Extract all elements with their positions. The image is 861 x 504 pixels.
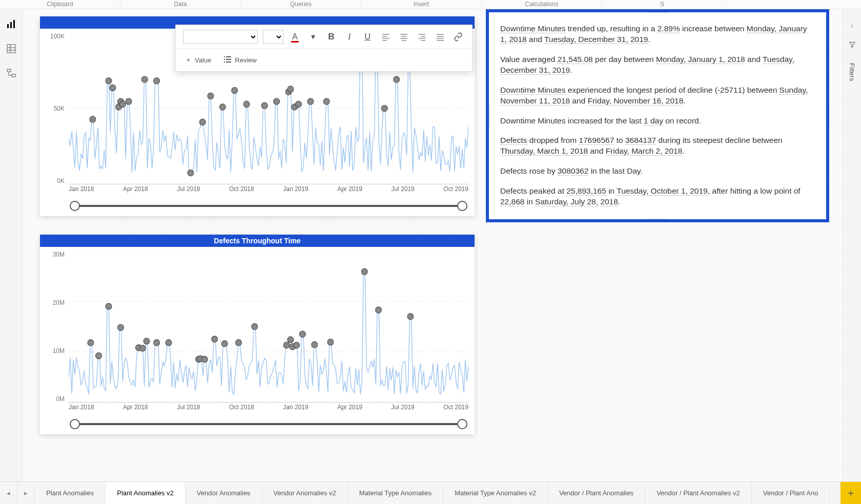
resize-handle-left[interactable] — [488, 106, 489, 126]
anomaly-marker[interactable] — [139, 345, 146, 351]
anomaly-marker[interactable] — [243, 101, 250, 107]
value-label: Value — [195, 56, 211, 64]
add-page-button[interactable]: ＋ — [840, 482, 861, 504]
anomaly-marker[interactable] — [117, 324, 124, 330]
page-tab[interactable]: Vendor / Plant Ano — [752, 482, 830, 504]
page-tab[interactable]: Vendor Anomalies v2 — [262, 482, 348, 504]
anomaly-marker[interactable] — [312, 342, 318, 348]
y-axis: 30M20M10M0M — [40, 251, 68, 403]
anomaly-marker[interactable] — [232, 88, 238, 94]
anomaly-marker[interactable] — [110, 85, 116, 91]
anomaly-marker[interactable] — [90, 116, 96, 122]
anomaly-marker[interactable] — [188, 170, 194, 176]
anomaly-marker[interactable] — [274, 98, 280, 104]
align-center-button[interactable] — [397, 30, 410, 44]
narrative-line[interactable]: Value averaged 21,545.08 per day between… — [500, 54, 815, 76]
expand-pane-icon[interactable]: ‹ — [851, 22, 853, 30]
anomaly-marker[interactable] — [252, 323, 258, 329]
page-tab[interactable]: Material Type Anomalies v2 — [443, 482, 548, 504]
anomaly-marker[interactable] — [283, 342, 290, 348]
anomaly-marker[interactable] — [208, 93, 214, 99]
anomaly-marker[interactable] — [199, 119, 206, 125]
tab-scroll-left[interactable]: ◂ — [0, 482, 17, 504]
page-tab[interactable]: Plant Anomalies v2 — [106, 482, 186, 504]
page-tab[interactable]: Plant Anomalies — [35, 482, 106, 504]
smart-narrative-visual[interactable]: Downtime Minutes trended up, resulting i… — [486, 9, 829, 222]
report-view-icon[interactable] — [6, 18, 17, 30]
anomaly-marker[interactable] — [106, 78, 112, 84]
anomaly-marker[interactable] — [394, 76, 400, 82]
anomaly-marker[interactable] — [236, 340, 242, 346]
filters-pane-label[interactable]: Filters — [848, 63, 856, 81]
anomaly-marker[interactable] — [288, 86, 294, 92]
anomaly-marker[interactable] — [166, 340, 172, 346]
x-tick-label: Oct 2018 — [229, 185, 254, 196]
align-justify-button[interactable] — [434, 30, 446, 44]
bold-button[interactable]: B — [325, 30, 338, 44]
narrative-line[interactable]: Downtime Minutes increased for the last … — [500, 116, 815, 127]
report-canvas[interactable]: 100K50K0K Jan 2018Apr 2018Jul 2018Oct 20… — [23, 9, 843, 481]
anomaly-marker[interactable] — [376, 307, 382, 313]
defects-chart-card[interactable]: Defects Throughout Time 30M20M10M0M Jan … — [40, 235, 475, 434]
font-color-button[interactable]: A — [289, 30, 301, 44]
anomaly-marker[interactable] — [296, 101, 302, 107]
narrative-line[interactable]: Downtime Minutes experienced the longest… — [500, 85, 815, 107]
anomaly-marker[interactable] — [407, 313, 414, 320]
narrative-line[interactable]: Defects rose by 3080362 in the last Day. — [500, 166, 815, 177]
y-tick-label: 0K — [40, 177, 68, 184]
anomaly-marker[interactable] — [154, 340, 160, 346]
anomaly-marker[interactable] — [381, 105, 387, 111]
resize-handle-right[interactable] — [826, 106, 827, 126]
align-right-button[interactable] — [416, 30, 428, 44]
range-thumb-end[interactable] — [457, 419, 467, 429]
anomaly-marker[interactable] — [96, 352, 102, 359]
add-value-button[interactable]: ＋Value — [185, 55, 211, 65]
anomaly-marker[interactable] — [201, 356, 208, 362]
tab-scroll-right[interactable]: ▸ — [17, 482, 35, 504]
page-tab[interactable]: Material Type Anomalies — [348, 482, 443, 504]
filters-pane-icon[interactable] — [849, 41, 856, 50]
anomaly-marker[interactable] — [141, 76, 148, 82]
narrative-line[interactable]: Defects peaked at 25,893,165 in Tuesday,… — [500, 186, 815, 207]
font-family-select[interactable] — [183, 30, 258, 44]
anomaly-marker[interactable] — [327, 339, 334, 345]
page-tab[interactable]: Vendor / Plant Anomalies — [548, 482, 645, 504]
narrative-line[interactable]: Downtime Minutes trended up, resulting i… — [500, 24, 815, 45]
anomaly-marker[interactable] — [323, 98, 330, 104]
font-color-dropdown-icon[interactable]: ▾ — [306, 30, 319, 44]
time-range-slider[interactable] — [69, 200, 468, 212]
font-size-select[interactable] — [263, 30, 283, 44]
anomaly-marker[interactable] — [261, 102, 268, 109]
time-range-slider[interactable] — [69, 418, 468, 430]
anomaly-marker[interactable] — [144, 338, 150, 344]
anomaly-marker[interactable] — [154, 78, 160, 84]
anomaly-marker[interactable] — [308, 98, 314, 104]
anomaly-marker[interactable] — [219, 104, 225, 110]
anomaly-marker[interactable] — [212, 336, 218, 342]
range-thumb-end[interactable] — [457, 201, 467, 211]
anomaly-marker[interactable] — [126, 98, 132, 104]
resize-handle-top[interactable] — [647, 11, 668, 13]
page-tab[interactable]: Vendor Anomalies — [186, 482, 262, 504]
range-thumb-start[interactable] — [70, 419, 80, 429]
model-view-icon[interactable] — [6, 68, 17, 79]
anomaly-marker[interactable] — [294, 342, 300, 348]
narrative-line[interactable]: Defects dropped from 17696567 to 3684137… — [500, 135, 815, 157]
anomaly-marker[interactable] — [299, 331, 305, 337]
range-thumb-start[interactable] — [70, 201, 80, 211]
anomaly-marker[interactable] — [106, 303, 112, 309]
anomaly-marker[interactable] — [288, 337, 294, 343]
anomaly-marker[interactable] — [221, 341, 228, 347]
review-button[interactable]: Review — [223, 56, 257, 65]
underline-button[interactable]: U — [361, 30, 374, 44]
insert-link-button[interactable] — [452, 30, 465, 44]
anomaly-marker[interactable] — [361, 268, 367, 275]
resize-handle-bottom[interactable] — [647, 219, 668, 220]
page-tab[interactable]: Vendor / Plant Anomalies v2 — [645, 482, 752, 504]
data-view-icon[interactable] — [6, 43, 17, 54]
anomaly-marker[interactable] — [88, 340, 94, 346]
anomaly-marker[interactable] — [119, 101, 126, 107]
plot-area[interactable] — [69, 251, 468, 403]
align-left-button[interactable] — [379, 30, 392, 44]
italic-button[interactable]: I — [343, 30, 356, 44]
